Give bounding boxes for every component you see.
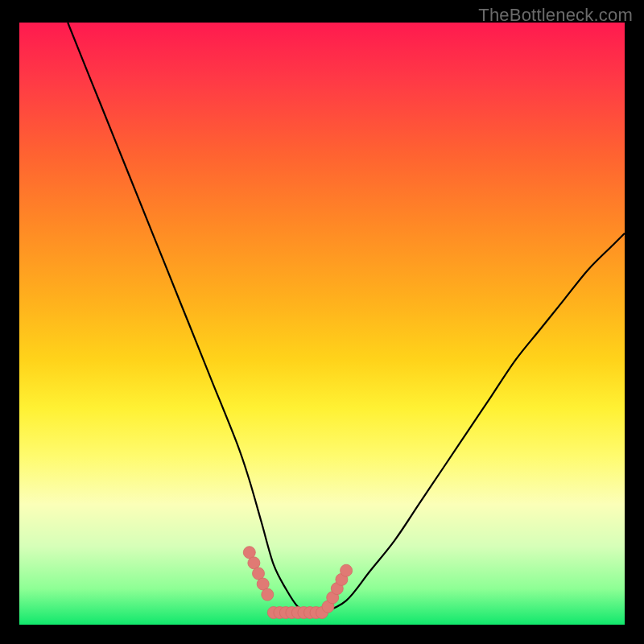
chart-frame: TheBottleneck.com: [0, 0, 644, 644]
plot-gradient-background: [19, 23, 625, 625]
watermark-label: TheBottleneck.com: [478, 5, 633, 26]
